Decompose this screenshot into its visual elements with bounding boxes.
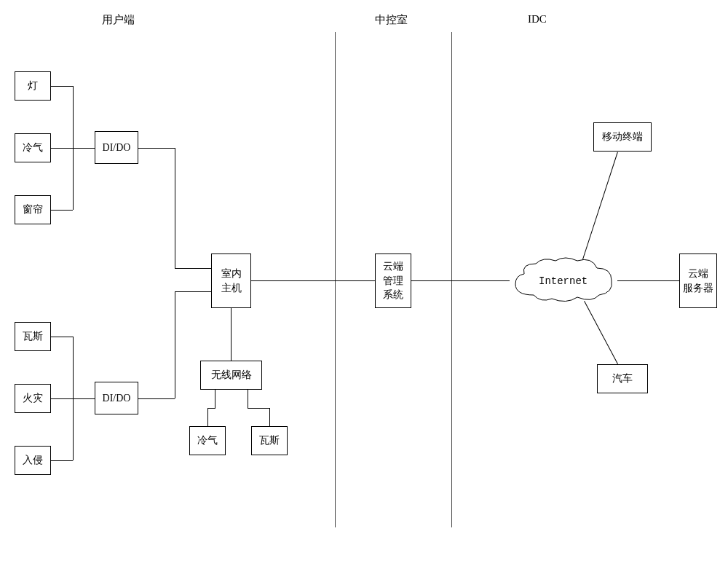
section-control-label: 中控室: [375, 13, 408, 27]
line: [248, 390, 248, 408]
line: [73, 148, 74, 210]
section-idc-label: IDC: [528, 13, 547, 25]
box-indoor-host-label: 室内 主机: [221, 267, 242, 295]
line: [51, 210, 73, 211]
box-wireless: 无线网络: [200, 361, 262, 390]
box-dido1-label: DI/DO: [103, 141, 131, 155]
line: [231, 308, 232, 361]
line: [175, 148, 175, 268]
line: [582, 152, 618, 260]
box-mobile: 移动终端: [593, 122, 652, 152]
box-gas2: 瓦斯: [251, 426, 288, 455]
box-mobile-label: 移动终端: [602, 130, 643, 144]
box-aircon1: 冷气: [15, 133, 51, 162]
box-car: 汽车: [597, 364, 648, 393]
box-light: 灯: [15, 71, 51, 101]
box-aircon1-label: 冷气: [23, 141, 43, 155]
line: [51, 337, 73, 337]
line: [617, 280, 679, 281]
box-fire: 火灾: [15, 384, 51, 413]
box-gas1: 瓦斯: [15, 322, 51, 351]
line: [138, 148, 175, 149]
box-dido1: DI/DO: [95, 131, 138, 164]
box-wireless-label: 无线网络: [211, 368, 252, 382]
box-car-label: 汽车: [612, 372, 633, 386]
box-cloud-mgmt-label: 云端 管理 系统: [383, 259, 403, 302]
box-cloud-server-label: 云端 服务器: [683, 267, 713, 295]
box-gas2-label: 瓦斯: [259, 433, 280, 448]
line: [269, 408, 270, 426]
divider-2: [451, 32, 452, 527]
box-curtain: 窗帘: [15, 195, 51, 224]
line: [73, 86, 74, 148]
line: [175, 268, 211, 269]
line: [207, 408, 208, 426]
box-aircon2-label: 冷气: [197, 433, 218, 448]
box-indoor-host: 室内 主机: [211, 253, 251, 308]
line: [51, 86, 73, 87]
line: [138, 398, 175, 399]
box-intrusion: 入侵: [15, 446, 51, 475]
line: [411, 280, 510, 281]
box-intrusion-label: 入侵: [23, 453, 43, 468]
line: [215, 390, 215, 408]
line: [584, 301, 618, 364]
box-curtain-label: 窗帘: [23, 203, 43, 217]
box-dido2: DI/DO: [95, 382, 138, 414]
box-light-label: 灯: [28, 79, 38, 93]
line: [248, 408, 269, 409]
line: [251, 280, 375, 281]
box-dido2-label: DI/DO: [103, 391, 131, 406]
box-aircon2: 冷气: [189, 426, 226, 455]
box-gas1-label: 瓦斯: [23, 329, 43, 344]
line: [207, 408, 215, 409]
box-fire-label: 火灾: [23, 391, 43, 406]
box-cloud-mgmt: 云端 管理 系统: [375, 253, 411, 308]
section-client-label: 用户端: [102, 13, 135, 27]
line: [51, 460, 73, 461]
line: [73, 398, 74, 460]
box-cloud-server: 云端 服务器: [679, 253, 717, 308]
line: [175, 291, 211, 292]
line: [175, 291, 175, 398]
line: [73, 337, 74, 398]
internet-label: Internet: [539, 275, 587, 287]
line: [73, 148, 95, 149]
divider-1: [335, 32, 336, 527]
